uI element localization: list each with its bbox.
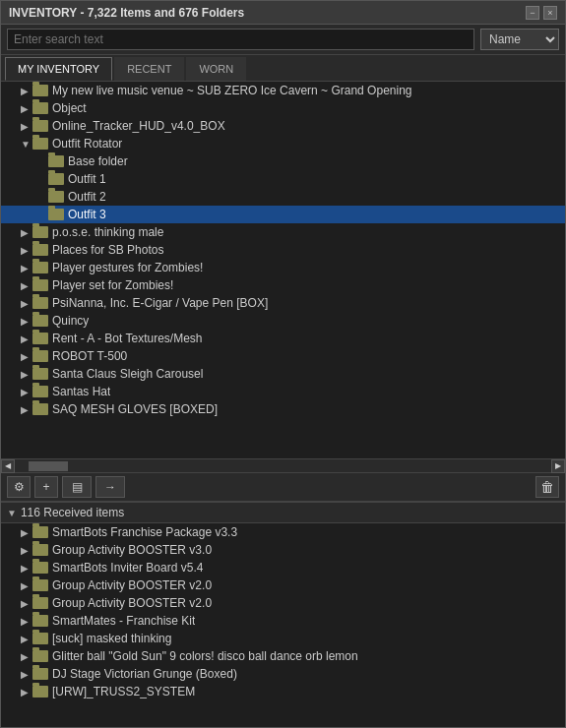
horizontal-scrollbar[interactable]: ◀ ▶ [1,458,565,472]
received-item-label: Group Activity BOOSTER v2.0 [52,596,212,610]
received-list-item[interactable]: ▶Group Activity BOOSTER v2.0 [1,576,565,594]
gear-button[interactable]: ⚙ [7,476,31,498]
received-list-item[interactable]: ▶Group Activity BOOSTER v2.0 [1,594,565,612]
list-item[interactable]: ▶Object [1,99,565,117]
received-list-item[interactable]: ▶[URW]_TRUSS2_SYSTEM [1,683,565,700]
received-list-item[interactable]: ▶[suck] masked thinking [1,630,565,647]
tab-recent[interactable]: RECENT [114,57,184,81]
folder-icon [32,579,48,591]
list-item[interactable]: ▶Quincy [1,312,565,330]
tab-bar: MY INVENTORY RECENT WORN [1,55,565,82]
item-label: Online_Tracker_HUD_v4.0_BOX [52,119,225,133]
expand-arrow[interactable]: ▶ [21,563,31,574]
received-item-label: Glitter ball "Gold Sun" 9 colors! disco … [52,649,358,663]
received-list-item[interactable]: ▶SmartMates - Franchise Kit [1,612,565,630]
expand-arrow[interactable]: ▶ [21,687,31,698]
folder-button[interactable]: ▤ [62,476,92,498]
minimize-button[interactable]: − [526,6,539,20]
delete-button[interactable]: 🗑 [535,476,559,498]
list-item[interactable]: ▶Player gestures for Zombies! [1,259,565,276]
expand-arrow[interactable]: ▶ [21,351,31,362]
folder-icon [32,102,48,114]
expand-arrow[interactable]: ▶ [21,598,31,609]
app-window: INVENTORY - 7,322 Items and 676 Folders … [0,0,566,728]
expand-arrow[interactable]: ▶ [21,334,31,344]
expand-arrow[interactable]: ▶ [21,86,31,96]
list-item[interactable]: Outfit 3 [1,206,565,223]
list-item[interactable]: ▼Outfit Rotator [1,135,565,152]
list-item[interactable]: ▶SAQ MESH GLOVES [BOXED] [1,400,565,418]
item-label: Santa Claus Sleigh Carousel [52,367,203,381]
item-label: Outfit 2 [68,190,106,204]
expand-arrow[interactable]: ▶ [21,616,31,627]
expand-arrow[interactable]: ▶ [21,527,31,538]
list-item[interactable]: Base folder [1,152,565,170]
folder-icon [32,138,48,150]
collapse-arrow[interactable]: ▼ [21,139,31,150]
expand-arrow[interactable]: ▶ [21,121,31,132]
list-item[interactable]: ▶Santa Claus Sleigh Carousel [1,365,565,383]
scroll-thumb[interactable] [29,461,68,471]
list-item[interactable]: Outfit 2 [1,188,565,206]
received-list-item[interactable]: ▶Group Activity BOOSTER v3.0 [1,541,565,559]
close-button[interactable]: × [543,6,557,20]
list-item[interactable]: ▶Santas Hat [1,383,565,400]
sort-dropdown[interactable]: Name Date Type [480,29,559,50]
expand-arrow[interactable]: ▶ [21,280,31,291]
folder-icon [32,650,48,662]
list-item[interactable]: ▶PsiNanna, Inc. E-Cigar / Vape Pen [BOX] [1,294,565,312]
expand-arrow[interactable]: ▶ [21,580,31,591]
folder-icon [32,244,48,256]
tab-my-inventory[interactable]: MY INVENTORY [5,57,112,81]
scroll-right-arrow[interactable]: ▶ [551,459,565,473]
tab-worn[interactable]: WORN [186,57,246,81]
inventory-list[interactable]: ▶My new live music venue ~ SUB ZERO Ice … [1,82,565,458]
expand-arrow[interactable]: ▶ [21,369,31,380]
expand-arrow[interactable]: ▶ [21,634,31,644]
list-item[interactable]: ▶My new live music venue ~ SUB ZERO Ice … [1,82,565,99]
list-item[interactable]: ▶Rent - A - Bot Textures/Mesh [1,330,565,347]
expand-arrow[interactable]: ▶ [21,245,31,256]
item-label: Outfit Rotator [52,137,122,151]
expand-arrow[interactable]: ▶ [21,651,31,662]
received-list-item[interactable]: ▶Glitter ball "Gold Sun" 9 colors! disco… [1,647,565,665]
received-list-item[interactable]: ▶SmartBots Franchise Package v3.3 [1,523,565,541]
list-item[interactable]: ▶Places for SB Photos [1,241,565,259]
add-button[interactable]: + [34,476,58,498]
list-item[interactable]: ▶Player set for Zombies! [1,276,565,294]
received-toggle-arrow[interactable]: ▼ [7,508,17,518]
expand-arrow[interactable]: ▶ [21,103,31,114]
item-label: Santas Hat [52,385,110,398]
list-item[interactable]: Outfit 1 [1,170,565,188]
scroll-left-arrow[interactable]: ◀ [1,459,15,473]
received-list[interactable]: ▶SmartBots Franchise Package v3.3▶Group … [1,523,565,727]
expand-arrow[interactable]: ▶ [21,387,31,397]
list-item[interactable]: ▶ROBOT T-500 [1,347,565,365]
move-button[interactable]: → [95,476,125,498]
received-list-item[interactable]: ▶SmartBots Inviter Board v5.4 [1,559,565,576]
received-list-item[interactable]: ▶DJ Stage Victorian Grunge (Boxed) [1,665,565,683]
item-label: Outfit 3 [68,208,106,221]
item-label: My new live music venue ~ SUB ZERO Ice C… [52,84,412,97]
search-input[interactable] [7,29,474,50]
expand-arrow[interactable]: ▶ [21,227,31,238]
expand-arrow[interactable]: ▶ [21,316,31,327]
expand-arrow[interactable]: ▶ [21,298,31,309]
item-label: Object [52,101,87,115]
received-item-label: SmartBots Franchise Package v3.3 [52,525,237,539]
expand-arrow[interactable]: ▶ [21,263,31,273]
list-item[interactable]: ▶Online_Tracker_HUD_v4.0_BOX [1,117,565,135]
folder-icon [32,668,48,680]
folder-icon [32,403,48,415]
folder-icon [32,686,48,698]
item-label: Base folder [68,154,128,168]
list-item[interactable]: ▶p.o.s.e. thinking male [1,223,565,241]
received-item-label: [URW]_TRUSS2_SYSTEM [52,685,195,698]
title-controls: − × [526,6,557,20]
expand-arrow[interactable]: ▶ [21,404,31,415]
folder-icon [32,597,48,609]
item-label: Outfit 1 [68,172,106,186]
expand-arrow[interactable]: ▶ [21,669,31,680]
expand-arrow[interactable]: ▶ [21,545,31,556]
scroll-track [29,461,537,471]
